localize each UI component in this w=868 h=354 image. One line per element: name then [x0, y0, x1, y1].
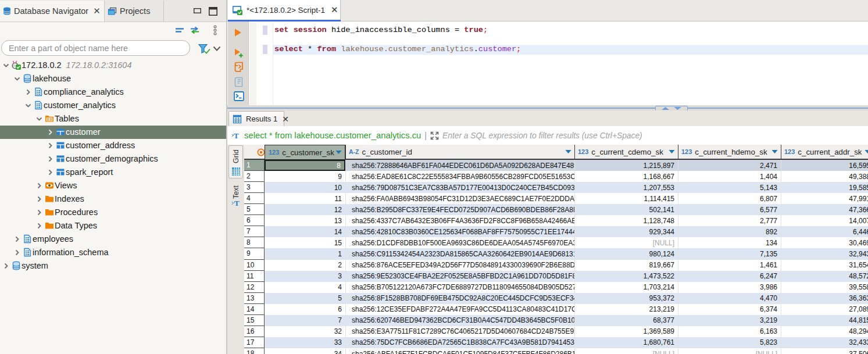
svg-text:T: T	[234, 131, 239, 140]
svg-text:T: T	[234, 199, 240, 208]
